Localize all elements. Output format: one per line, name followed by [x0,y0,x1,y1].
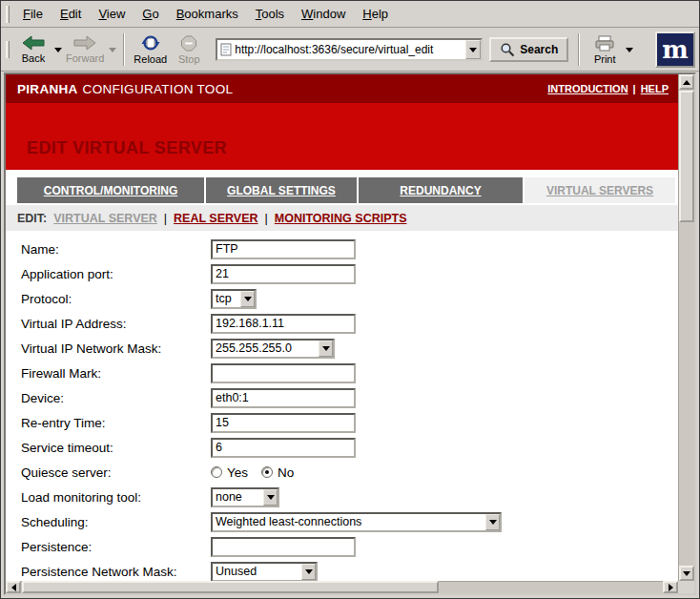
subnav-link-monitoring-scripts[interactable]: MONITORING SCRIPTS [275,212,407,225]
firewall-mark-input[interactable] [211,363,356,383]
device-input[interactable] [211,388,356,408]
field-label: Device: [21,391,211,405]
application-port-input[interactable] [211,264,356,284]
introduction-link[interactable]: INTRODUCTION [547,83,628,94]
selected-value: Unused [213,565,301,578]
persistence-netmask-select[interactable]: Unused [211,562,318,582]
toolbar-grip[interactable] [6,6,10,23]
mozilla-m-icon: m [657,33,693,66]
horizontal-scrollbar[interactable] [6,581,678,593]
vertical-scrollbar-thumb[interactable] [679,91,694,222]
chevron-down-icon [485,514,500,530]
reload-button[interactable]: Reload [131,31,170,69]
reload-icon [141,34,160,52]
search-button[interactable]: Search [489,37,568,62]
url-input[interactable] [235,41,465,58]
brand-title: PIRANHACONFIGURATION TOOL [17,82,233,96]
virtual-ip-netmask-select[interactable]: 255.255.255.0 [211,339,335,359]
forward-history-dropdown[interactable] [107,31,117,69]
print-dropdown[interactable] [624,31,634,69]
form-row: Persistence Network Mask: Unused [21,559,678,581]
field-label: Application port: [21,267,211,281]
scrollbar-corner [678,581,694,593]
vertical-scrollbar[interactable] [678,74,694,581]
quiesce-no-radio[interactable]: No [261,465,294,480]
menu-bookmarks[interactable]: Bookmarks [168,3,247,25]
radio-icon [211,466,222,478]
back-arrow-icon [22,35,45,51]
print-label: Print [594,53,616,65]
back-history-dropdown[interactable] [52,31,63,69]
radio-label: No [278,465,294,480]
menu-file[interactable]: File [14,3,51,25]
search-label: Search [520,43,558,56]
field-label: Protocol: [21,292,211,306]
protocol-select[interactable]: tcp [211,289,257,309]
load-monitoring-select[interactable]: none [211,487,279,507]
url-bar [216,38,483,61]
web-page: PIRANHACONFIGURATION TOOL INTRODUCTION |… [6,74,678,581]
quiesce-radio-group: Yes No [211,465,294,480]
field-label: Name: [21,242,211,257]
scroll-up-button[interactable] [679,74,694,90]
selected-value: tcp [213,292,240,305]
forward-button[interactable]: Forward [63,31,107,69]
field-label: Virtual IP Address: [21,317,211,331]
browser-viewport: PIRANHACONFIGURATION TOOL INTRODUCTION |… [4,72,696,595]
subnav: EDIT: VIRTUAL SERVER | REAL SERVER | MON… [6,205,678,231]
scroll-right-button[interactable] [663,581,678,593]
menu-edit[interactable]: Edit [51,3,90,25]
chevron-down-icon [319,341,333,357]
reentry-time-input[interactable] [211,413,356,433]
service-timeout-input[interactable] [211,438,356,458]
toolbar-grip[interactable] [6,41,10,58]
tab-virtual-servers[interactable]: VIRTUAL SERVERS [525,177,675,203]
menu-window[interactable]: Window [293,3,354,25]
print-button[interactable]: Print [586,31,624,69]
selected-value: Weighted least-connections [213,515,485,528]
back-label: Back [22,52,45,64]
form-row: Quiesce server: Yes No [21,460,678,485]
tab-control-monitoring[interactable]: CONTROL/MONITORING [17,177,204,203]
menu-help[interactable]: Help [354,3,397,25]
menu-view[interactable]: View [90,3,134,25]
scroll-left-button[interactable] [6,581,21,593]
scroll-down-button[interactable] [679,566,694,581]
horizontal-scrollbar-thumb[interactable] [22,581,439,593]
form-row: Application port: [21,261,678,286]
chevron-down-icon [54,48,62,52]
field-label: Virtual IP Network Mask: [21,341,211,356]
virtual-ip-input[interactable] [211,314,356,334]
forward-arrow-icon [73,35,96,51]
stop-button[interactable]: Stop [170,31,208,69]
chevron-down-icon [240,291,255,307]
menu-go[interactable]: Go [134,3,167,25]
tab-bar: CONTROL/MONITORING GLOBAL SETTINGS REDUN… [6,170,678,203]
chevron-down-icon [109,48,116,52]
subnav-link-real-server[interactable]: REAL SERVER [174,212,257,225]
back-button[interactable]: Back [14,31,52,69]
help-link[interactable]: HELP [641,83,669,94]
tab-global-settings[interactable]: GLOBAL SETTINGS [206,177,357,203]
tab-redundancy[interactable]: REDUNDANCY [359,177,523,203]
scheduling-select[interactable]: Weighted least-connections [211,512,502,532]
subnav-link-virtual-server[interactable]: VIRTUAL SERVER [53,212,157,225]
menu-tools[interactable]: Tools [247,3,293,25]
chevron-down-icon [469,48,477,52]
separator: | [633,83,636,94]
page-title-band: EDIT VIRTUAL SERVER [6,103,678,170]
field-label: Persistence: [21,540,211,554]
selected-value: 255.255.255.0 [213,341,319,355]
arrow-down-icon [683,571,690,576]
quiesce-yes-radio[interactable]: Yes [211,465,248,480]
field-label: Load monitoring tool: [21,490,211,505]
stop-icon [180,35,197,52]
forward-label: Forward [66,52,104,64]
brand-name: PIRANHA [17,82,78,96]
field-label: Service timeout: [21,441,211,455]
mozilla-logo[interactable]: m [655,31,695,68]
persistence-input[interactable] [211,537,356,557]
field-label: Persistence Network Mask: [21,565,211,579]
url-history-dropdown[interactable] [465,40,481,59]
name-input[interactable] [211,239,356,259]
